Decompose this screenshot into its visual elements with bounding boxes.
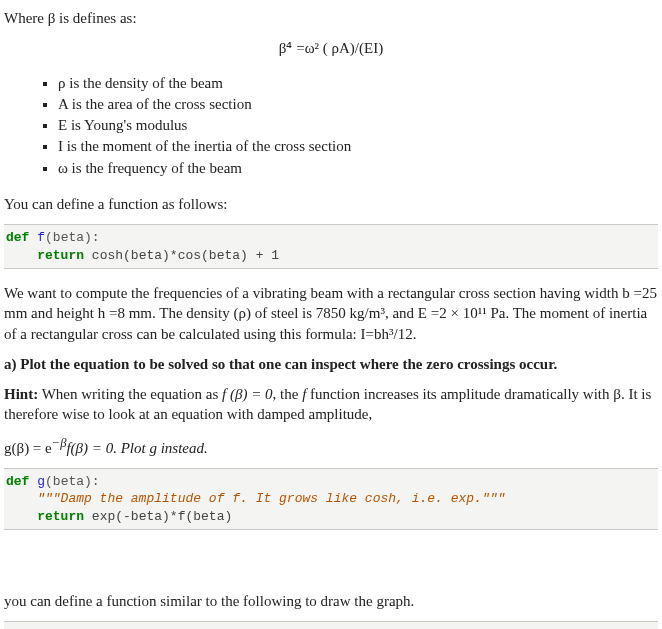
equation-g: g(β) = e−βf(β) = 0. Plot g instead.: [4, 435, 658, 458]
plot-function-text: you can define a function similar to the…: [4, 591, 658, 611]
equation-beta: β⁴ =ω² ( ρA)/(EI): [4, 38, 658, 58]
list-item: ρ is the density of the beam: [58, 73, 658, 93]
define-function-text: You can define a function as follows:: [4, 194, 658, 214]
hint-paragraph: Hint: When writing the equation as f (β)…: [4, 384, 658, 425]
question-a: a) Plot the equation to be solved so tha…: [4, 354, 658, 374]
docstring: """Damp the amplitude of f. It grows lik…: [6, 491, 505, 506]
hint-text: When writing the equation as: [38, 386, 222, 402]
code-body: cosh(beta)*cos(beta) + 1: [92, 248, 279, 263]
list-item: E is Young's modulus: [58, 115, 658, 135]
code-block-f: def f(beta): return cosh(beta)*cos(beta)…: [4, 224, 658, 269]
keyword-def: def: [6, 474, 37, 489]
eq-g-before: g(β) = e: [4, 440, 52, 456]
hint-fbeta: f (β) = 0: [222, 386, 273, 402]
code-body: exp(-beta)*f(beta): [92, 509, 232, 524]
list-item: I is the moment of the inertia of the cr…: [58, 136, 658, 156]
problem-description: We want to compute the frequencies of a …: [4, 283, 658, 344]
keyword-def: def: [6, 230, 37, 245]
list-item: ω is the frequency of the beam: [58, 158, 658, 178]
intro-text: Where β is defines as:: [4, 8, 658, 28]
definitions-list: ρ is the density of the beam A is the ar…: [4, 73, 658, 178]
code-block-plot: def plot_f(): beta = linspace(0, 20, 501…: [4, 621, 658, 629]
hint-text: , the: [273, 386, 303, 402]
func-signature: (beta):: [45, 474, 100, 489]
eq-g-after: f(β) = 0. Plot g instead.: [66, 440, 207, 456]
func-name: f: [37, 230, 45, 245]
eq-g-sup: −β: [52, 436, 67, 450]
code-block-g: def g(beta): """Damp the amplitude of f.…: [4, 468, 658, 531]
func-name: g: [37, 474, 45, 489]
func-signature: (beta):: [45, 230, 100, 245]
keyword-return: return: [6, 248, 92, 263]
list-item: A is the area of the cross section: [58, 94, 658, 114]
keyword-return: return: [6, 509, 92, 524]
hint-label: Hint:: [4, 386, 38, 402]
